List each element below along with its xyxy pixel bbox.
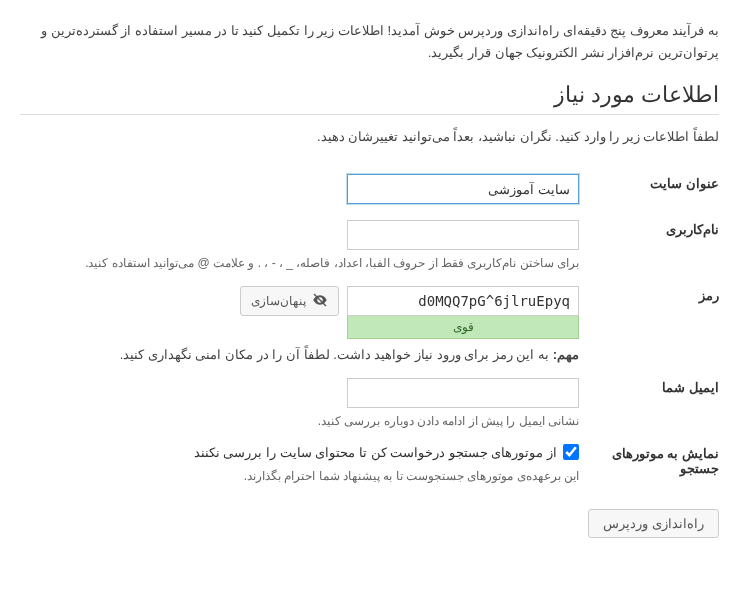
- search-engines-checkbox[interactable]: [563, 444, 579, 460]
- hide-password-button[interactable]: پنهان‌سازی: [240, 286, 339, 316]
- intro-text: به فرآیند معروف پنج دقیقه‌ای راه‌اندازی …: [20, 20, 719, 64]
- email-input[interactable]: [347, 378, 579, 408]
- password-important-label: مهم:: [553, 347, 579, 362]
- password-strength-meter: قوی: [347, 315, 579, 339]
- site-title-input[interactable]: [347, 174, 579, 204]
- password-label: رمز: [579, 278, 719, 370]
- password-important-note: مهم: به این رمز برای ورود نیاز خواهید دا…: [30, 347, 579, 362]
- eye-off-icon: [312, 292, 328, 311]
- install-button[interactable]: راه‌اندازی وردپرس: [588, 509, 719, 538]
- row-search-engines: نمایش به موتورهای جستجو از موتورهای جستج…: [20, 436, 719, 491]
- row-password: رمز پنهان‌سازی قوی مهم: به این رمز برای …: [20, 278, 719, 370]
- divider: [20, 114, 719, 115]
- password-input[interactable]: [347, 286, 579, 316]
- username-input[interactable]: [347, 220, 579, 250]
- row-site-title: عنوان سایت: [20, 166, 719, 212]
- row-email: ایمیل شما نشانی ایمیل را پیش از ادامه دا…: [20, 370, 719, 436]
- password-important-text: به این رمز برای ورود نیاز خواهید داشت. ل…: [120, 347, 553, 362]
- section-title: اطلاعات مورد نیاز: [20, 82, 719, 108]
- search-engines-checkbox-text: از موتورهای جستجو درخواست کن تا محتوای س…: [194, 445, 557, 460]
- submit-row: راه‌اندازی وردپرس: [20, 509, 719, 538]
- search-engines-label: نمایش به موتورهای جستجو: [579, 436, 719, 491]
- search-engines-hint: این برعهده‌ی موتورهای جستجوست تا به پیشن…: [30, 469, 579, 483]
- row-username: نام‌کاربری برای ساختن نام‌کاربری فقط از …: [20, 212, 719, 278]
- subintro-text: لطفاً اطلاعات زیر را وارد کنید. نگران نب…: [20, 129, 719, 144]
- hide-password-label: پنهان‌سازی: [251, 294, 306, 308]
- username-hint: برای ساختن نام‌کاربری فقط از حروف الفبا،…: [30, 256, 579, 270]
- site-title-label: عنوان سایت: [579, 166, 719, 212]
- search-engines-checkbox-label[interactable]: از موتورهای جستجو درخواست کن تا محتوای س…: [194, 444, 579, 460]
- email-label: ایمیل شما: [579, 370, 719, 436]
- install-form-table: عنوان سایت نام‌کاربری برای ساختن نام‌کار…: [20, 166, 719, 491]
- username-label: نام‌کاربری: [579, 212, 719, 278]
- email-hint: نشانی ایمیل را پیش از ادامه دادن دوباره …: [30, 414, 579, 428]
